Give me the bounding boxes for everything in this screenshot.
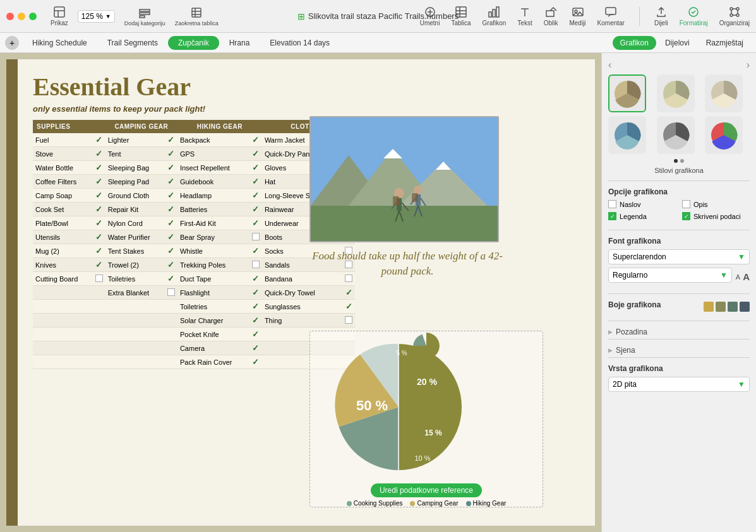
mediji-button[interactable]: Mediji — [569, 6, 585, 27]
close-button[interactable] — [6, 13, 14, 20]
zaokretna-tablica-button[interactable]: Zaokretna tablica — [175, 6, 219, 27]
cell-check[interactable]: ✓ — [342, 286, 355, 300]
pie-chart-container[interactable]: 50 % 20 % 15 % 10 % 5 % Uredi podatkovne… — [309, 331, 543, 507]
add-sheet-button[interactable]: + — [5, 36, 19, 50]
chart-style-2[interactable] — [657, 74, 695, 112]
chart-style-1[interactable] — [608, 74, 646, 112]
cell-check[interactable]: ✓ — [93, 133, 105, 147]
oblik-button[interactable]: Oblik — [544, 6, 558, 27]
tab-hrana[interactable]: Hrana — [219, 36, 260, 50]
cell-check[interactable]: ✓ — [93, 216, 105, 230]
cell-check[interactable]: ✓ — [93, 189, 105, 203]
cell-check[interactable]: ✓ — [93, 230, 105, 244]
cell-check[interactable]: ✓ — [165, 244, 177, 258]
cell-check[interactable]: ✓ — [249, 355, 262, 369]
prikaz-button[interactable]: Prikaz — [51, 6, 68, 27]
cell-check[interactable]: ✓ — [165, 272, 177, 286]
uredi-button[interactable]: Uredi podatkovne reference — [371, 483, 482, 497]
swatch-4[interactable] — [740, 302, 750, 312]
color-swatches[interactable] — [704, 302, 750, 312]
cb-skriveni-box[interactable]: ✓ — [682, 212, 690, 220]
cell-check[interactable]: ✓ — [93, 258, 105, 272]
pozadina-row[interactable]: ▶ Pozadina — [608, 325, 750, 339]
cell-check[interactable] — [165, 341, 177, 355]
cell-check[interactable]: ✓ — [249, 216, 262, 230]
cell-check[interactable]: ✓ — [249, 300, 262, 314]
fullscreen-button[interactable] — [29, 13, 37, 20]
swatch-1[interactable] — [704, 302, 714, 312]
grafikon-button[interactable]: Grafikon — [483, 6, 507, 27]
cell-check[interactable]: ✓ — [249, 161, 262, 175]
chart-style-6[interactable] — [705, 116, 743, 154]
minimize-button[interactable] — [18, 13, 25, 20]
cell-check[interactable] — [93, 341, 105, 355]
swatch-3[interactable] — [728, 302, 738, 312]
cb-legenda[interactable]: ✓ Legenda — [608, 212, 676, 220]
tab-zupcanik[interactable]: Zupčanik — [168, 36, 219, 50]
cell-check[interactable]: ✓ — [165, 189, 177, 203]
cell-check[interactable]: ✓ — [165, 230, 177, 244]
cell-check[interactable]: ✓ — [165, 147, 177, 161]
next-arrow[interactable]: › — [747, 59, 750, 71]
cell-check[interactable] — [93, 286, 105, 300]
cell-check[interactable] — [93, 355, 105, 369]
prev-arrow[interactable]: ‹ — [608, 59, 611, 71]
cell-check[interactable] — [93, 300, 105, 314]
tab-elevation[interactable]: Elevation 14 days — [260, 36, 340, 50]
cb-naslov[interactable]: Naslov — [608, 200, 676, 208]
cell-check[interactable]: ✓ — [93, 244, 105, 258]
cell-check[interactable]: ✓ — [93, 203, 105, 216]
cell-check[interactable] — [93, 314, 105, 328]
cell-check[interactable]: ✓ — [249, 175, 262, 189]
vrsta-select[interactable]: 2D pita ▼ — [608, 377, 750, 392]
cell-check[interactable]: ✓ — [249, 314, 262, 328]
font-style-select[interactable]: Regularno ▼ — [608, 268, 732, 283]
cell-check[interactable] — [165, 286, 177, 300]
cb-legenda-box[interactable]: ✓ — [608, 212, 616, 220]
chart-style-5[interactable] — [657, 116, 695, 154]
cell-check[interactable] — [165, 355, 177, 369]
cb-opis-box[interactable] — [682, 200, 690, 208]
cell-check[interactable] — [165, 314, 177, 328]
cell-check[interactable]: ✓ — [249, 147, 262, 161]
dodaj-kategoriju-button[interactable]: Dodaj kategoriju — [124, 6, 165, 27]
cell-check[interactable] — [165, 300, 177, 314]
cell-check[interactable]: ✓ — [165, 175, 177, 189]
komentar-button[interactable]: Komentar — [597, 6, 625, 27]
tab-dijelovi[interactable]: Dijelovi — [657, 36, 697, 50]
cell-check[interactable]: ✓ — [93, 175, 105, 189]
cell-check[interactable]: ✓ — [93, 147, 105, 161]
cell-check[interactable]: ✓ — [249, 272, 262, 286]
dijeli-button[interactable]: Dijeli — [654, 6, 668, 27]
tab-razmjestaj[interactable]: Razmještaj — [699, 36, 751, 50]
organiziraj-button[interactable]: Organiziraj — [719, 6, 750, 27]
cell-check[interactable] — [342, 314, 355, 328]
cb-naslov-box[interactable] — [608, 200, 616, 208]
chart-style-4[interactable] — [608, 116, 646, 154]
cell-check[interactable]: ✓ — [249, 133, 262, 147]
cell-check[interactable]: ✓ — [165, 133, 177, 147]
cell-check[interactable]: ✓ — [249, 203, 262, 216]
cell-check[interactable]: ✓ — [342, 300, 355, 314]
cell-check[interactable]: ✓ — [249, 189, 262, 203]
cell-check[interactable] — [249, 230, 262, 244]
cell-check[interactable] — [93, 272, 105, 286]
cell-check[interactable]: ✓ — [165, 161, 177, 175]
tab-grafikon[interactable]: Grafikon — [613, 36, 656, 50]
swatch-2[interactable] — [716, 302, 726, 312]
tekst-button[interactable]: Tekst — [517, 6, 532, 27]
cb-opis[interactable]: Opis — [682, 200, 750, 208]
cell-check[interactable] — [249, 258, 262, 272]
sjena-row[interactable]: ▶ Sjena — [608, 343, 750, 357]
formatiraj-button[interactable]: Formatiraj — [680, 6, 708, 27]
zoom-control[interactable]: 125 % ▼ — [78, 10, 115, 23]
font-name-select[interactable]: Superclarendon ▼ — [608, 249, 750, 264]
tab-trail-segments[interactable]: Trail Segments — [97, 36, 168, 50]
chart-style-3[interactable] — [705, 74, 743, 112]
cell-check[interactable]: ✓ — [165, 216, 177, 230]
cell-check[interactable]: ✓ — [249, 341, 262, 355]
cell-check[interactable]: ✓ — [93, 161, 105, 175]
cell-check[interactable]: ✓ — [249, 286, 262, 300]
cell-check[interactable]: ✓ — [249, 328, 262, 341]
cell-check[interactable] — [165, 328, 177, 341]
